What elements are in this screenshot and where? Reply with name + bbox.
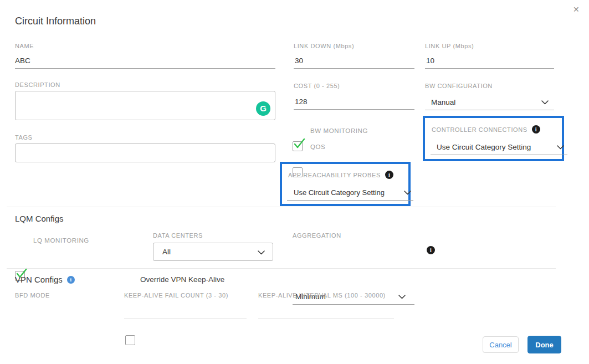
qos-label: QOS [310,143,325,150]
app-reachability-probes-select[interactable]: Use Circuit Category Setting [287,184,413,201]
tags-input[interactable] [15,143,275,162]
lq-monitoring-label: LQ MONITORING [33,237,89,244]
circuit-information-dialog: ✕ Circuit Information NAME ABC LINK DOWN… [0,0,589,364]
vpn-configs-info-icon[interactable]: i [67,276,75,284]
controller-connections-label: CONTROLLER CONNECTIONS [432,126,527,133]
link-down-value: 30 [294,57,303,65]
page-title: Circuit Information [15,16,96,27]
link-up-label: LINK UP (Mbps) [425,43,474,49]
aggregation-label: AGGREGATION [293,232,341,239]
keep-alive-interval-label: KEEP-ALIVE INTERVAL MS (100 - 30000) [258,292,386,299]
link-down-label: LINK DOWN (Mbps) [294,43,354,49]
bw-configuration-select[interactable]: Manual [425,94,554,110]
chevron-down-icon [398,295,406,299]
override-vpn-keep-alive-label: Override VPN Keep-Alive [140,275,224,284]
bw-monitoring-checkbox[interactable] [293,141,303,151]
controller-connections-select[interactable]: Use Circuit Category Setting [431,139,567,155]
description-textarea[interactable]: G [15,91,275,120]
name-label: NAME [15,43,34,49]
link-up-value: 10 [425,57,434,65]
grammarly-icon[interactable]: G [256,101,270,116]
cancel-button[interactable]: Cancel [483,336,519,353]
app-reachability-probes-label: APP REACHABILITY PROBES [288,172,381,178]
section-divider [7,207,556,207]
info-icon[interactable]: i [532,125,540,134]
data-centers-select[interactable]: All [153,243,273,261]
check-icon [293,137,306,150]
keep-alive-fail-count-label: KEEP-ALIVE FAIL COUNT (3 - 30) [124,292,228,299]
lqm-configs-title: LQM Configs [15,214,64,223]
data-centers-value: All [153,248,171,256]
bfd-mode-label: BFD MODE [15,292,50,299]
bw-configuration-value: Manual [425,98,455,106]
override-vpn-keep-alive-checkbox[interactable] [125,335,135,345]
cost-value: 128 [294,98,308,106]
tags-label: TAGS [15,134,33,141]
vpn-configs-title: VPN Configs [15,275,63,284]
keep-alive-interval-input[interactable] [258,304,394,319]
link-down-input[interactable]: 30 [294,53,414,69]
section-divider [7,268,556,269]
done-button[interactable]: Done [527,336,561,353]
bw-monitoring-label: BW MONITORING [310,127,368,134]
close-icon[interactable]: ✕ [573,6,580,13]
app-reachability-probes-highlight: APP REACHABILITY PROBES i Use Circuit Ca… [280,162,411,206]
bw-configuration-label: BW CONFIGURATION [425,83,493,89]
data-centers-label: DATA CENTERS [153,232,203,239]
chevron-down-icon [404,191,411,195]
description-label: DESCRIPTION [15,81,60,88]
chevron-down-icon [541,100,549,105]
name-input[interactable]: ABC [15,53,275,69]
name-value: ABC [15,57,30,65]
app-reachability-probes-value: Use Circuit Category Setting [287,188,385,197]
keep-alive-fail-count-input[interactable] [124,304,247,319]
controller-connections-highlight: CONTROLLER CONNECTIONS i Use Circuit Cat… [423,116,564,161]
info-icon[interactable]: i [385,171,393,179]
cost-input[interactable]: 128 [294,94,414,110]
aggregation-info-icon[interactable]: i [427,246,435,254]
cost-label: COST (0 - 255) [294,83,340,89]
controller-connections-value: Use Circuit Category Setting [431,143,531,151]
chevron-down-icon [258,250,265,255]
link-up-input[interactable]: 10 [425,53,554,69]
chevron-down-icon [557,145,564,150]
